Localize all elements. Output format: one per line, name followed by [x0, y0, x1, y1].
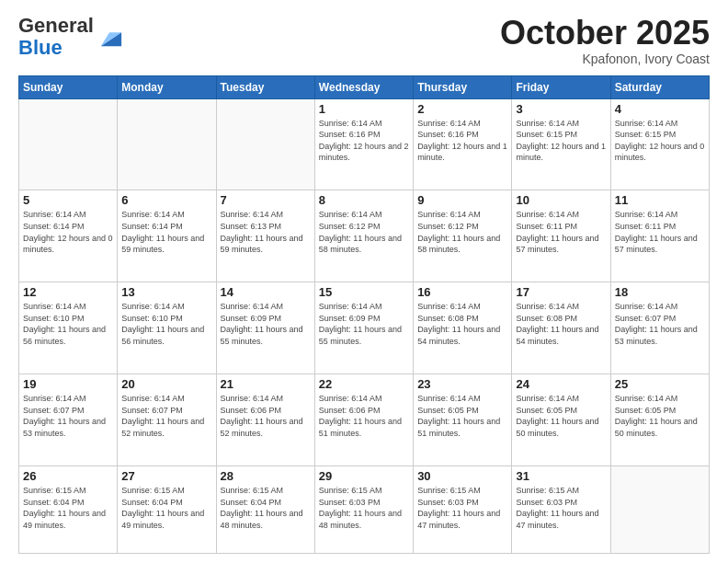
day-number: 2 — [417, 102, 507, 116]
calendar-week-row: 19Sunrise: 6:14 AMSunset: 6:07 PMDayligh… — [19, 374, 710, 466]
calendar-cell: 13Sunrise: 6:14 AMSunset: 6:10 PMDayligh… — [118, 282, 216, 374]
calendar-cell: 30Sunrise: 6:15 AMSunset: 6:03 PMDayligh… — [414, 465, 512, 553]
calendar-cell: 19Sunrise: 6:14 AMSunset: 6:07 PMDayligh… — [19, 374, 118, 466]
calendar-cell: 28Sunrise: 6:15 AMSunset: 6:04 PMDayligh… — [216, 465, 314, 553]
day-number: 7 — [221, 193, 311, 207]
calendar-cell: 16Sunrise: 6:14 AMSunset: 6:08 PMDayligh… — [414, 282, 512, 374]
location: Kpafonon, Ivory Coast — [500, 52, 710, 66]
day-info: Sunrise: 6:14 AMSunset: 6:06 PMDaylight:… — [319, 393, 409, 439]
calendar-cell: 7Sunrise: 6:14 AMSunset: 6:13 PMDaylight… — [216, 190, 314, 282]
calendar-cell: 9Sunrise: 6:14 AMSunset: 6:12 PMDaylight… — [414, 190, 512, 282]
day-info: Sunrise: 6:14 AMSunset: 6:12 PMDaylight:… — [319, 209, 409, 255]
day-info: Sunrise: 6:14 AMSunset: 6:11 PMDaylight:… — [516, 209, 606, 255]
day-info: Sunrise: 6:15 AMSunset: 6:03 PMDaylight:… — [516, 485, 606, 531]
calendar-cell: 11Sunrise: 6:14 AMSunset: 6:11 PMDayligh… — [610, 190, 709, 282]
day-info: Sunrise: 6:14 AMSunset: 6:15 PMDaylight:… — [615, 118, 705, 164]
day-number: 28 — [221, 469, 311, 483]
day-info: Sunrise: 6:14 AMSunset: 6:14 PMDaylight:… — [23, 209, 113, 255]
day-number: 15 — [319, 285, 409, 299]
day-number: 1 — [319, 102, 409, 116]
calendar-cell — [216, 98, 314, 190]
day-info: Sunrise: 6:14 AMSunset: 6:15 PMDaylight:… — [516, 118, 606, 164]
day-number: 24 — [516, 377, 606, 391]
day-info: Sunrise: 6:14 AMSunset: 6:06 PMDaylight:… — [221, 393, 311, 439]
day-info: Sunrise: 6:14 AMSunset: 6:11 PMDaylight:… — [615, 209, 705, 255]
calendar-cell: 27Sunrise: 6:15 AMSunset: 6:04 PMDayligh… — [118, 465, 216, 553]
weekday-header-monday: Monday — [118, 75, 216, 98]
logo: General Blue — [18, 15, 123, 59]
day-info: Sunrise: 6:15 AMSunset: 6:03 PMDaylight:… — [417, 485, 507, 531]
calendar-header-row: SundayMondayTuesdayWednesdayThursdayFrid… — [19, 75, 710, 98]
logo-general: General — [18, 14, 94, 37]
day-info: Sunrise: 6:15 AMSunset: 6:03 PMDaylight:… — [319, 485, 409, 531]
day-number: 10 — [516, 193, 606, 207]
month-title: October 2025 — [500, 15, 710, 52]
weekday-header-tuesday: Tuesday — [216, 75, 314, 98]
calendar-cell: 2Sunrise: 6:14 AMSunset: 6:16 PMDaylight… — [414, 98, 512, 190]
calendar-cell: 21Sunrise: 6:14 AMSunset: 6:06 PMDayligh… — [216, 374, 314, 466]
day-info: Sunrise: 6:14 AMSunset: 6:13 PMDaylight:… — [221, 209, 311, 255]
calendar-cell: 22Sunrise: 6:14 AMSunset: 6:06 PMDayligh… — [314, 374, 413, 466]
logo-icon — [97, 24, 123, 50]
day-number: 31 — [516, 469, 606, 483]
day-info: Sunrise: 6:14 AMSunset: 6:07 PMDaylight:… — [615, 301, 705, 347]
calendar-cell: 8Sunrise: 6:14 AMSunset: 6:12 PMDaylight… — [314, 190, 413, 282]
calendar-week-row: 12Sunrise: 6:14 AMSunset: 6:10 PMDayligh… — [19, 282, 710, 374]
calendar-cell — [19, 98, 118, 190]
calendar-week-row: 26Sunrise: 6:15 AMSunset: 6:04 PMDayligh… — [19, 465, 710, 553]
day-number: 26 — [23, 469, 113, 483]
day-number: 22 — [319, 377, 409, 391]
calendar-cell — [118, 98, 216, 190]
calendar-cell: 15Sunrise: 6:14 AMSunset: 6:09 PMDayligh… — [314, 282, 413, 374]
day-info: Sunrise: 6:14 AMSunset: 6:16 PMDaylight:… — [417, 118, 507, 164]
day-number: 9 — [417, 193, 507, 207]
day-info: Sunrise: 6:15 AMSunset: 6:04 PMDaylight:… — [23, 485, 113, 531]
day-number: 18 — [615, 285, 705, 299]
day-number: 8 — [319, 193, 409, 207]
weekday-header-friday: Friday — [512, 75, 610, 98]
calendar-cell: 29Sunrise: 6:15 AMSunset: 6:03 PMDayligh… — [314, 465, 413, 553]
day-info: Sunrise: 6:14 AMSunset: 6:10 PMDaylight:… — [121, 301, 211, 347]
day-info: Sunrise: 6:14 AMSunset: 6:09 PMDaylight:… — [319, 301, 409, 347]
calendar-page: General Blue October 2025 Kpafonon, Ivor… — [0, 0, 728, 563]
day-number: 16 — [417, 285, 507, 299]
calendar-cell: 5Sunrise: 6:14 AMSunset: 6:14 PMDaylight… — [19, 190, 118, 282]
calendar-cell: 14Sunrise: 6:14 AMSunset: 6:09 PMDayligh… — [216, 282, 314, 374]
weekday-header-sunday: Sunday — [19, 75, 118, 98]
calendar-cell: 25Sunrise: 6:14 AMSunset: 6:05 PMDayligh… — [610, 374, 709, 466]
calendar-cell: 4Sunrise: 6:14 AMSunset: 6:15 PMDaylight… — [610, 98, 709, 190]
calendar-week-row: 5Sunrise: 6:14 AMSunset: 6:14 PMDaylight… — [19, 190, 710, 282]
day-number: 20 — [121, 377, 211, 391]
day-number: 4 — [615, 102, 705, 116]
calendar-cell: 6Sunrise: 6:14 AMSunset: 6:14 PMDaylight… — [118, 190, 216, 282]
header: General Blue October 2025 Kpafonon, Ivor… — [18, 15, 710, 66]
weekday-header-wednesday: Wednesday — [314, 75, 413, 98]
calendar-cell: 12Sunrise: 6:14 AMSunset: 6:10 PMDayligh… — [19, 282, 118, 374]
calendar-week-row: 1Sunrise: 6:14 AMSunset: 6:16 PMDaylight… — [19, 98, 710, 190]
title-block: October 2025 Kpafonon, Ivory Coast — [500, 15, 710, 66]
day-number: 27 — [121, 469, 211, 483]
calendar-cell: 18Sunrise: 6:14 AMSunset: 6:07 PMDayligh… — [610, 282, 709, 374]
day-info: Sunrise: 6:14 AMSunset: 6:14 PMDaylight:… — [121, 209, 211, 255]
calendar-cell: 3Sunrise: 6:14 AMSunset: 6:15 PMDaylight… — [512, 98, 610, 190]
day-number: 12 — [23, 285, 113, 299]
calendar-cell: 23Sunrise: 6:14 AMSunset: 6:05 PMDayligh… — [414, 374, 512, 466]
day-info: Sunrise: 6:14 AMSunset: 6:08 PMDaylight:… — [516, 301, 606, 347]
calendar-table: SundayMondayTuesdayWednesdayThursdayFrid… — [18, 75, 710, 554]
day-info: Sunrise: 6:14 AMSunset: 6:10 PMDaylight:… — [23, 301, 113, 347]
calendar-cell: 17Sunrise: 6:14 AMSunset: 6:08 PMDayligh… — [512, 282, 610, 374]
day-info: Sunrise: 6:14 AMSunset: 6:16 PMDaylight:… — [319, 118, 409, 164]
calendar-cell: 31Sunrise: 6:15 AMSunset: 6:03 PMDayligh… — [512, 465, 610, 553]
weekday-header-saturday: Saturday — [610, 75, 709, 98]
weekday-header-thursday: Thursday — [414, 75, 512, 98]
day-number: 23 — [417, 377, 507, 391]
calendar-cell: 26Sunrise: 6:15 AMSunset: 6:04 PMDayligh… — [19, 465, 118, 553]
day-number: 5 — [23, 193, 113, 207]
day-number: 17 — [516, 285, 606, 299]
calendar-cell: 24Sunrise: 6:14 AMSunset: 6:05 PMDayligh… — [512, 374, 610, 466]
day-info: Sunrise: 6:14 AMSunset: 6:08 PMDaylight:… — [417, 301, 507, 347]
day-number: 13 — [121, 285, 211, 299]
calendar-cell: 20Sunrise: 6:14 AMSunset: 6:07 PMDayligh… — [118, 374, 216, 466]
day-info: Sunrise: 6:14 AMSunset: 6:07 PMDaylight:… — [23, 393, 113, 439]
day-number: 21 — [221, 377, 311, 391]
